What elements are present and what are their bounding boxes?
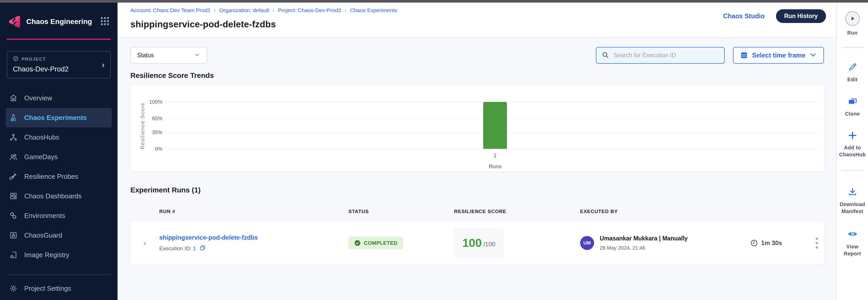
score-total: /100	[483, 241, 495, 248]
page-title: shippingservice-pod-delete-fzdbs	[130, 19, 826, 29]
sidebar-item-label: Resilience Probes	[24, 173, 79, 181]
flask-icon	[9, 114, 18, 122]
y-tick-65: 65%	[152, 115, 162, 121]
run-button-label: Run	[838, 29, 867, 36]
download-icon	[848, 187, 858, 197]
time-frame-select[interactable]: Select time frame	[733, 47, 824, 64]
sidebar-item-chaos-dashboards[interactable]: Chaos Dashboards	[6, 186, 112, 206]
status-filter-select[interactable]: Status	[130, 47, 207, 64]
sidebar-item-label: ChaosGuard	[24, 231, 62, 239]
eye-icon	[847, 229, 858, 239]
breadcrumb-experiments-link[interactable]: Chaos Experiments	[350, 7, 397, 13]
project-info: PROJECT Chaos-Dev-Prod2	[13, 56, 102, 73]
clone-icon	[848, 96, 858, 106]
edit-action[interactable]: Edit	[838, 62, 867, 83]
clone-action[interactable]: Clone	[838, 96, 867, 117]
sidebar-item-label: ChaosHubs	[24, 133, 59, 141]
sidebar-nav: Overview Chaos Experiments ChaosHubs Gam…	[0, 88, 118, 265]
execution-search	[596, 47, 725, 64]
column-run-number: RUN #	[159, 209, 348, 214]
resilience-trends-title: Resilience Score Trends	[130, 71, 824, 80]
avatar: UM	[580, 236, 594, 250]
file-gear-icon	[9, 251, 18, 259]
project-chevron-right-icon: ›	[102, 60, 105, 70]
runs-table-header: RUN # STATUS RESILIENCE SCORE EXECUTED B…	[130, 209, 824, 214]
breadcrumb-organization-link[interactable]: Organization: default	[219, 7, 269, 13]
sidebar-item-chaosguard[interactable]: ChaosGuard	[6, 226, 112, 245]
status-cell: COMPLETED	[348, 237, 454, 249]
sidebar-item-chaoshubs[interactable]: ChaosHubs	[6, 127, 112, 147]
plus-icon	[848, 131, 857, 140]
chevron-down-icon	[194, 52, 200, 59]
home-icon	[9, 94, 18, 102]
lock-icon	[9, 231, 18, 239]
row-menu-kebab-icon[interactable]	[809, 238, 824, 249]
project-selector[interactable]: PROJECT Chaos-Dev-Prod2 ›	[7, 51, 111, 79]
breadcrumb-project-link[interactable]: Project: Chaos-Dev-Prod2	[278, 7, 341, 13]
sidebar-item-overview[interactable]: Overview	[6, 88, 112, 108]
sidebar-item-resilience-probes[interactable]: Resilience Probes	[6, 167, 112, 186]
copy-icon[interactable]	[199, 245, 206, 252]
y-tick-100: 100%	[149, 99, 162, 105]
dashboard-grid-icon	[9, 192, 18, 200]
status-badge: COMPLETED	[348, 237, 403, 249]
breadcrumb-account-link[interactable]: Account: Chaos Dev Team Prod2	[130, 7, 210, 13]
breadcrumb-separator: ›	[273, 7, 274, 13]
hexagons-icon	[9, 212, 18, 220]
sidebar-item-gamedays[interactable]: GameDays	[6, 147, 112, 167]
executed-by-name: Umasankar Mukkara | Manually	[600, 235, 688, 242]
project-name: Chaos-Dev-Prod2	[13, 65, 102, 73]
duration-text: 1m 30s	[761, 239, 782, 247]
run-button[interactable]	[845, 11, 860, 26]
sidebar-item-image-registry[interactable]: Image Registry	[6, 245, 112, 265]
search-input[interactable]	[613, 52, 719, 59]
add-to-chaoshub-label: Add to ChaosHub	[838, 144, 867, 158]
executed-by-cell: UM Umasankar Mukkara | Manually 28 May 2…	[580, 235, 750, 251]
view-report-action[interactable]: View Report	[838, 229, 867, 257]
chevron-down-icon	[809, 51, 817, 60]
chaos-studio-link[interactable]: Chaos Studio	[723, 12, 765, 20]
run-name-cell: shippingservice-pod-delete-fzdbs Executi…	[159, 234, 348, 252]
run-name-link[interactable]: shippingservice-pod-delete-fzdbs	[159, 234, 258, 241]
run-history-button[interactable]: Run History	[776, 9, 826, 23]
chart-plot-area: 100% 65% 35% 0% 1 Runs	[165, 102, 819, 149]
module-grid-icon[interactable]	[99, 16, 110, 28]
app-title: Chaos Engineering	[26, 18, 94, 26]
run-table-row[interactable]: › shippingservice-pod-delete-fzdbs Execu…	[130, 221, 824, 264]
sidebar-item-label: Environments	[24, 212, 65, 220]
test-tube-icon	[9, 172, 18, 181]
chart-bar[interactable]	[483, 102, 507, 149]
clone-label: Clone	[838, 111, 867, 117]
search-icon	[601, 51, 609, 60]
status-filter-label: Status	[137, 52, 194, 59]
y-tick-0: 0%	[155, 146, 162, 152]
sidebar-divider	[7, 274, 111, 275]
score-cell: 100 /100	[454, 228, 580, 259]
sidebar-item-environments[interactable]: Environments	[6, 206, 112, 226]
executed-date: 28 May 2024, 21:46	[600, 245, 688, 251]
resilience-score-chart: Resilience Score 100% 65% 35% 0% 1 Runs	[130, 85, 824, 172]
edit-label: Edit	[838, 76, 867, 83]
gear-icon	[9, 284, 18, 293]
sidebar: Chaos Engineering PROJECT	[0, 3, 118, 300]
project-cube-icon	[13, 56, 19, 63]
add-to-chaoshub-action[interactable]: Add to ChaosHub	[838, 131, 867, 158]
sidebar-item-chaos-experiments[interactable]: Chaos Experiments	[6, 108, 112, 127]
chaos-engineering-logo-icon	[7, 15, 21, 28]
resilience-score-box: 100 /100	[454, 228, 504, 259]
status-text: COMPLETED	[364, 240, 397, 246]
calendar-icon	[740, 51, 748, 60]
column-executed-by: EXECUTED BY	[580, 209, 750, 214]
download-manifest-action[interactable]: Download Manifest	[838, 187, 867, 215]
window-top-strip	[0, 0, 868, 3]
people-icon	[9, 153, 18, 161]
duration-cell: 1m 30s	[750, 239, 809, 247]
row-expand-chevron-icon[interactable]: ›	[144, 239, 146, 247]
brand-accent-line	[7, 39, 111, 40]
sidebar-item-label: Chaos Experiments	[24, 114, 87, 122]
download-manifest-label: Download Manifest	[838, 201, 867, 215]
sidebar-item-project-settings[interactable]: Project Settings	[6, 278, 112, 298]
filter-row: Status Select time frame	[130, 47, 824, 64]
score-value: 100	[462, 236, 482, 250]
project-label: PROJECT	[22, 57, 46, 62]
